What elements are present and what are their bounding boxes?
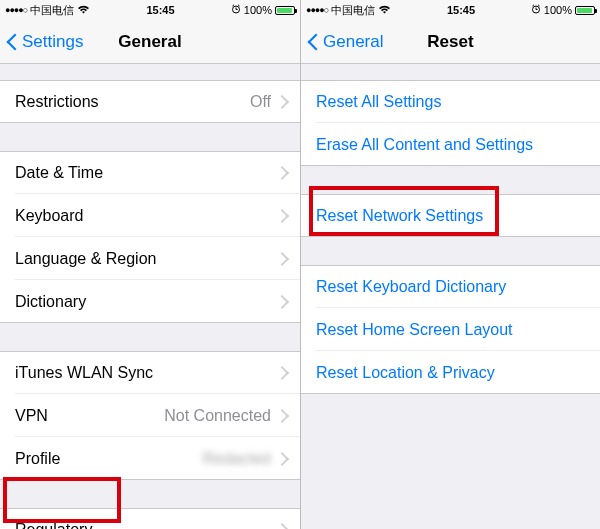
row-restrictions[interactable]: Restrictions Off [0, 80, 300, 123]
general-list: Restrictions Off Date & Time Keyboard La… [0, 64, 300, 529]
row-keyboard[interactable]: Keyboard [0, 194, 300, 237]
row-regulatory[interactable]: Regulatory [0, 508, 300, 529]
carrier-label: 中国电信 [30, 3, 74, 18]
chevron-right-icon [277, 252, 285, 265]
screen-general: ●●●●○ 中国电信 15:45 100% Settings General R… [0, 0, 300, 529]
nav-bar: Settings General [0, 20, 300, 64]
row-reset-network-settings[interactable]: Reset Network Settings [301, 194, 600, 237]
row-reset-all-settings[interactable]: Reset All Settings [301, 80, 600, 123]
chevron-right-icon [277, 166, 285, 179]
row-reset-home-screen-layout[interactable]: Reset Home Screen Layout [301, 308, 600, 351]
row-dictionary[interactable]: Dictionary [0, 280, 300, 323]
chevron-right-icon [277, 295, 285, 308]
alarm-icon [231, 4, 241, 16]
row-erase-all-content[interactable]: Erase All Content and Settings [301, 123, 600, 166]
alarm-icon [531, 4, 541, 16]
carrier-label: 中国电信 [331, 3, 375, 18]
vpn-value: Not Connected [164, 407, 271, 425]
battery-icon [575, 6, 595, 15]
row-reset-location-privacy[interactable]: Reset Location & Privacy [301, 351, 600, 394]
reset-list: Reset All Settings Erase All Content and… [301, 64, 600, 394]
battery-pct: 100% [244, 4, 272, 16]
row-reset-keyboard-dictionary[interactable]: Reset Keyboard Dictionary [301, 265, 600, 308]
signal-dots-icon: ●●●●○ [306, 5, 328, 15]
profile-value: Redacted [203, 450, 272, 468]
wifi-icon [378, 4, 391, 16]
chevron-right-icon [277, 366, 285, 379]
restrictions-value: Off [250, 93, 271, 111]
back-button-settings[interactable]: Settings [0, 32, 83, 52]
wifi-icon [77, 4, 90, 16]
battery-pct: 100% [544, 4, 572, 16]
row-profile[interactable]: Profile Redacted [0, 437, 300, 480]
nav-bar: General Reset [301, 20, 600, 64]
signal-dots-icon: ●●●●○ [5, 5, 27, 15]
screen-reset: ●●●●○ 中国电信 15:45 100% General Reset Rese… [300, 0, 600, 529]
status-bar: ●●●●○ 中国电信 15:45 100% [0, 0, 300, 20]
chevron-right-icon [277, 452, 285, 465]
status-time: 15:45 [90, 4, 231, 16]
chevron-right-icon [277, 523, 285, 529]
battery-icon [275, 6, 295, 15]
row-date-time[interactable]: Date & Time [0, 151, 300, 194]
row-itunes-wlan-sync[interactable]: iTunes WLAN Sync [0, 351, 300, 394]
row-vpn[interactable]: VPN Not Connected [0, 394, 300, 437]
chevron-right-icon [277, 409, 285, 422]
chevron-right-icon [277, 95, 285, 108]
chevron-left-icon [307, 32, 319, 52]
row-language-region[interactable]: Language & Region [0, 237, 300, 280]
chevron-left-icon [6, 32, 18, 52]
status-bar: ●●●●○ 中国电信 15:45 100% [301, 0, 600, 20]
status-time: 15:45 [391, 4, 531, 16]
chevron-right-icon [277, 209, 285, 222]
back-button-general[interactable]: General [301, 32, 383, 52]
